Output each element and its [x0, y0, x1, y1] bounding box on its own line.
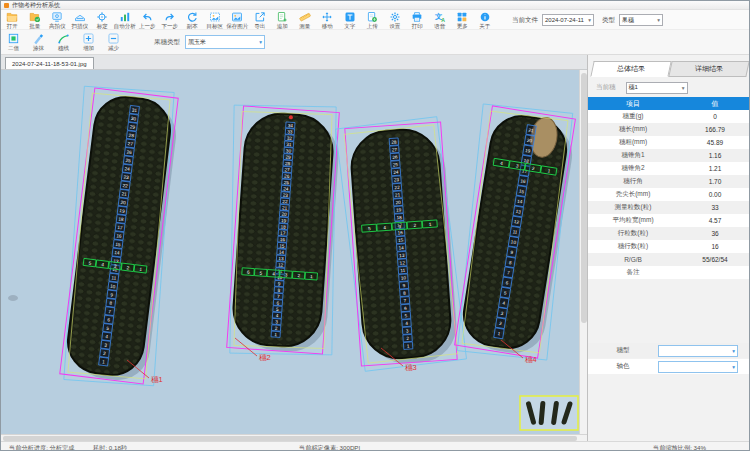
vertical-scrollbar[interactable]: [579, 70, 587, 434]
calibrate-icon: [96, 11, 108, 23]
type-value: 果穗: [622, 16, 634, 25]
result-item-name: 平均粒宽(mm): [588, 216, 678, 225]
result-item-value: 45.89: [678, 139, 750, 146]
result-item-value: 0.00: [678, 191, 750, 198]
svg-text:23: 23: [283, 193, 289, 198]
svg-text:27: 27: [284, 167, 290, 172]
toolbar-button-label: 文字: [344, 23, 355, 29]
ear-type-controls: 果穗类型 黑玉米▾: [154, 35, 265, 49]
about-info-icon: [479, 11, 491, 23]
result-item-value: 1.70: [678, 178, 750, 185]
toolbar-button-target-region[interactable]: 目标区: [204, 10, 227, 30]
toolbar-button-auto-analyze[interactable]: 自动分析: [114, 10, 137, 30]
chevron-down-icon: ▾: [588, 17, 591, 23]
current-ear-dropdown[interactable]: 穗1▾: [626, 82, 688, 94]
status-elapsed: 耗时: 0.18秒: [93, 444, 127, 451]
auto-analyze-icon: [119, 11, 131, 23]
type-dropdown[interactable]: 果穗▾: [619, 14, 663, 26]
upload-icon: [366, 11, 378, 23]
result-row: 穗行角1.70: [588, 175, 750, 188]
voice-icon: 文A: [434, 11, 446, 23]
svg-text:19: 19: [281, 218, 287, 223]
toolbar-button-smear-brush[interactable]: 涂抹: [26, 31, 51, 54]
toolbar-button-move[interactable]: 移动: [316, 10, 339, 30]
svg-text:17: 17: [280, 231, 286, 236]
result-item-name: 备注: [588, 268, 678, 277]
toolbar-button-append[interactable]: 追加: [271, 10, 294, 30]
result-row: 穗长(mm)166.79: [588, 123, 750, 136]
svg-text:32: 32: [287, 136, 293, 141]
result-item-name: 行粒数(粒): [588, 229, 678, 238]
toolbar-button-label: 打开: [7, 23, 18, 29]
toolbar-button-export[interactable]: 导出: [249, 10, 272, 30]
result-row: 平均粒宽(mm)4.57: [588, 214, 750, 227]
navigator-thumbnail[interactable]: [520, 396, 578, 430]
app-icon: [4, 3, 9, 8]
move-icon: [321, 11, 333, 23]
current-file-label: 当前文件: [512, 16, 538, 25]
svg-text:12: 12: [400, 260, 406, 265]
toolbar-button-label: 打印: [412, 23, 423, 29]
document-tab[interactable]: 2024-07-24-11-18-53-01.jpg: [5, 57, 94, 69]
toolbar-button-scanner[interactable]: 扫描仪: [69, 10, 92, 30]
results-table-body: 穗重(g)0穗长(mm)166.79穗粗(mm)45.89穗锥角11.16穗锥角…: [588, 110, 750, 279]
ear-shape-dropdown[interactable]: ▾: [658, 345, 738, 357]
toolbar-button-label: 二值: [8, 45, 19, 51]
result-item-name: 穗锥角1: [588, 151, 678, 160]
toolbar-button-about-info[interactable]: 关于: [474, 10, 497, 30]
doc-camera-icon: [51, 11, 63, 23]
ear-type-dropdown[interactable]: 黑玉米▾: [185, 35, 265, 49]
toolbar-button-add-kernel[interactable]: 增加: [76, 31, 101, 54]
toolbar-button-label: 更多: [457, 23, 468, 29]
toolbar-button-settings-gear[interactable]: 设置: [384, 10, 407, 30]
result-row: 测量粒数(粒)33: [588, 201, 750, 214]
svg-text:19: 19: [396, 207, 402, 212]
toolbar-button-duplicate[interactable]: 副本: [181, 10, 204, 30]
toolbar-button-text[interactable]: 文字: [339, 10, 362, 30]
toolbar-button-print[interactable]: 打印: [406, 10, 429, 30]
svg-text:20: 20: [395, 200, 401, 205]
chevron-down-icon: ▾: [732, 364, 735, 370]
toolbar-button-open-folder[interactable]: 打开: [1, 10, 24, 30]
ear-shape-row: 穗型 ▾: [588, 343, 750, 358]
toolbar-button-upload[interactable]: 上传: [361, 10, 384, 30]
toolbar-button-ear-line[interactable]: 穗线: [51, 31, 76, 54]
toolbar-button-label: 上一步: [139, 23, 156, 29]
toolbar-button-label: 保存图片: [226, 23, 248, 29]
result-item-name: 穗行数(粒): [588, 242, 678, 251]
tab-overall-results[interactable]: 总体结果: [590, 61, 671, 77]
toolbar-button-more-grid[interactable]: 更多: [451, 10, 474, 30]
horizontal-scrollbar[interactable]: [1, 434, 587, 441]
current-file-dropdown[interactable]: 2024-07-24-11▾: [542, 14, 594, 26]
status-dpi: 当前标定像素: 300DPI: [299, 444, 360, 451]
tab-detail-results[interactable]: 详细结果: [668, 61, 749, 77]
toolbar-button-batch[interactable]: 批量: [24, 10, 47, 30]
app-window: 作物考种分析系统 打开批量高拍仪扫描仪标定自动分析上一步下一步副本目标区保存图片…: [0, 0, 750, 451]
toolbar-button-doc-camera[interactable]: 高拍仪: [46, 10, 69, 30]
binary-icon: [7, 32, 20, 45]
svg-text:13: 13: [278, 256, 284, 261]
remove-kernel-icon: [107, 32, 120, 45]
chevron-down-icon: ▾: [259, 39, 262, 45]
toolbar-button-calibrate[interactable]: 标定: [91, 10, 114, 30]
toolbar-button-remove-kernel[interactable]: 减少: [101, 31, 126, 54]
toolbar-button-measure-ruler[interactable]: 测量: [294, 10, 317, 30]
toolbar-button-save-image[interactable]: 保存图片: [226, 10, 249, 30]
svg-text:11: 11: [400, 268, 406, 273]
toolbar-button-redo-arrow[interactable]: 下一步: [159, 10, 182, 30]
more-grid-icon: [456, 11, 468, 23]
analysis-image[interactable]: 3130292827262524232221201918171615141312…: [1, 70, 579, 434]
smear-brush-icon: [32, 32, 45, 45]
toolbar-button-binary[interactable]: 二值: [1, 31, 26, 54]
toolbar-button-undo-arrow[interactable]: 上一步: [136, 10, 159, 30]
window-title: 作物考种分析系统: [12, 2, 60, 8]
image-canvas[interactable]: 3130292827262524232221201918171615141312…: [1, 70, 579, 434]
tab-overall-results-label: 总体结果: [617, 64, 645, 74]
save-image-icon: [231, 11, 243, 23]
cob-color-dropdown[interactable]: ▾: [658, 361, 738, 373]
svg-text:30: 30: [286, 148, 292, 153]
svg-text:15: 15: [279, 243, 285, 248]
toolbar-button-voice[interactable]: 文A语音: [429, 10, 452, 30]
toolbar-button-label: 高拍仪: [49, 23, 66, 29]
svg-text:26: 26: [392, 155, 398, 160]
